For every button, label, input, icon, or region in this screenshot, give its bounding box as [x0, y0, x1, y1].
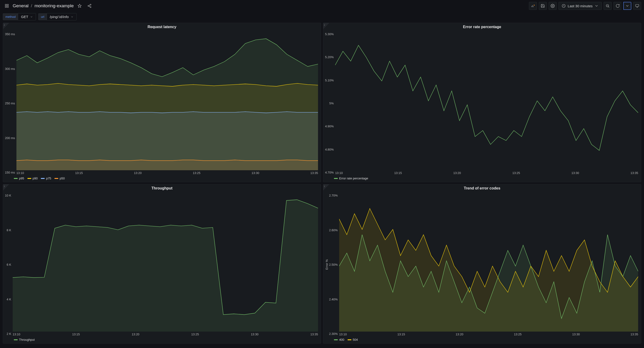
x-tick: 13:20	[456, 333, 464, 336]
share-icon[interactable]	[86, 2, 94, 10]
panel-info-icon[interactable]	[3, 184, 9, 190]
var-url-label: url	[38, 13, 46, 20]
x-tick: 13:30	[251, 333, 258, 336]
chevron-down-icon	[625, 4, 630, 8]
x-tick: 13:10	[16, 171, 24, 175]
var-url-picker[interactable]: /ping/:id/info	[47, 13, 76, 20]
chevron-down-icon	[30, 15, 33, 18]
plot[interactable]	[13, 193, 318, 332]
legend-label: Throughput	[19, 338, 35, 342]
panel-info-icon[interactable]	[3, 23, 9, 29]
legend-item[interactable]: 400	[334, 338, 344, 342]
panel-info-icon[interactable]	[323, 184, 329, 190]
zoom-out-button[interactable]	[604, 2, 612, 10]
dashboards-icon[interactable]	[3, 2, 11, 10]
legend-item[interactable]: Throughput	[14, 338, 35, 342]
svg-point-6	[88, 5, 89, 6]
panel-latency: Request latency350 ms300 ms250 ms200 ms1…	[3, 23, 321, 182]
breadcrumb: General / monitoring-example	[13, 3, 74, 8]
panel-throughput: Throughput10 K8 K6 K4 K2 K13:1013:1513:2…	[3, 184, 321, 344]
x-tick: 13:25	[193, 171, 200, 175]
plot[interactable]	[339, 193, 638, 332]
y-tick: 4.90%	[325, 125, 334, 128]
y-tick: 150 ms	[5, 171, 15, 174]
legend-item[interactable]: 504	[348, 338, 358, 342]
panel-title[interactable]: Request latency	[3, 23, 321, 30]
y-tick: 5.20%	[325, 55, 334, 59]
legend-swatch	[334, 339, 338, 340]
x-tick: 13:30	[252, 171, 259, 175]
plot[interactable]	[16, 31, 318, 170]
x-tick: 13:35	[630, 171, 638, 175]
svg-line-9	[89, 6, 90, 7]
y-axis: 2.70%2.60%2.50%2.40%2.30%	[328, 193, 339, 337]
y-axis: 10 K8 K6 K4 K2 K	[4, 193, 13, 337]
x-tick: 13:25	[514, 333, 522, 336]
time-range-label: Last 30 minutes	[568, 4, 592, 8]
plot[interactable]	[335, 31, 638, 170]
panel-info-icon[interactable]	[323, 23, 329, 29]
svg-marker-4	[78, 4, 81, 7]
legend-label: p75	[46, 176, 51, 180]
legend: 400504	[323, 337, 641, 343]
x-tick: 13:20	[453, 171, 461, 175]
legend-item[interactable]: p75	[41, 176, 51, 180]
legend-item[interactable]: p95	[14, 176, 24, 180]
x-tick: 13:10	[339, 333, 347, 336]
legend-swatch	[348, 339, 351, 340]
svg-point-5	[90, 4, 91, 5]
legend: p95p90p75p50	[3, 176, 321, 182]
svg-rect-2	[5, 6, 6, 7]
breadcrumb-separator: /	[31, 3, 32, 8]
breadcrumb-dashboard[interactable]: monitoring-example	[34, 3, 74, 8]
svg-rect-3	[7, 6, 8, 7]
y-tick: 5.30%	[325, 32, 334, 36]
chart-area: 5.30%5.20%5.10%5%4.90%4.80%4.70%13:1013:…	[323, 30, 641, 176]
time-range-picker[interactable]: Last 30 minutes	[558, 2, 602, 10]
x-tick: 13:35	[310, 171, 318, 175]
panel-title[interactable]: Throughput	[3, 184, 321, 191]
y-tick: 2.40%	[329, 298, 338, 301]
y-tick: 2.50%	[329, 263, 338, 266]
x-tick: 13:25	[191, 333, 199, 336]
var-method: method GET	[3, 13, 36, 20]
chart-area: 10 K8 K6 K4 K2 K13:1013:1513:2013:2513:3…	[3, 191, 321, 337]
svg-point-7	[90, 6, 91, 8]
legend-item[interactable]: p90	[28, 176, 38, 180]
chart-area: Error %2.70%2.60%2.50%2.40%2.30%13:1013:…	[323, 191, 641, 337]
top-toolbar: General / monitoring-example Last 30 min…	[0, 0, 644, 12]
legend-item[interactable]: Error rate percentage	[334, 176, 368, 180]
svg-rect-1	[7, 4, 8, 5]
legend-swatch	[54, 178, 58, 179]
add-panel-button[interactable]	[529, 2, 537, 10]
y-tick: 10 K	[5, 194, 11, 197]
y-tick: 2 K	[6, 332, 11, 336]
kiosk-mode-button[interactable]	[633, 2, 641, 10]
refresh-interval-picker[interactable]	[623, 2, 631, 10]
x-axis: 13:1013:1513:2013:2513:3013:35	[16, 170, 318, 175]
x-tick: 13:20	[134, 171, 142, 175]
panel-title[interactable]: Trend of error codes	[323, 184, 641, 191]
var-method-label: method	[3, 13, 18, 20]
panel-error_codes: Trend of error codesError %2.70%2.60%2.5…	[323, 184, 641, 344]
var-method-value: GET	[21, 15, 28, 19]
y-tick: 6 K	[6, 263, 11, 266]
refresh-button[interactable]	[614, 2, 622, 10]
save-button[interactable]	[539, 2, 547, 10]
panel-title[interactable]: Error rate percentage	[323, 23, 641, 30]
legend: Error rate percentage	[323, 176, 641, 182]
legend-label: 400	[339, 338, 344, 342]
legend-label: p95	[19, 176, 24, 180]
y-tick: 4 K	[6, 298, 11, 301]
breadcrumb-folder[interactable]: General	[13, 3, 29, 8]
legend-label: 504	[353, 338, 358, 342]
settings-button[interactable]	[549, 2, 557, 10]
legend-label: p50	[60, 176, 65, 180]
star-icon[interactable]	[76, 2, 84, 10]
y-tick: 5%	[329, 102, 334, 105]
y-tick: 5.10%	[325, 79, 334, 82]
var-method-picker[interactable]: GET	[18, 13, 36, 20]
legend-label: Error rate percentage	[339, 176, 368, 180]
y-axis: 350 ms300 ms250 ms200 ms150 ms	[4, 31, 16, 175]
legend-item[interactable]: p50	[54, 176, 65, 180]
